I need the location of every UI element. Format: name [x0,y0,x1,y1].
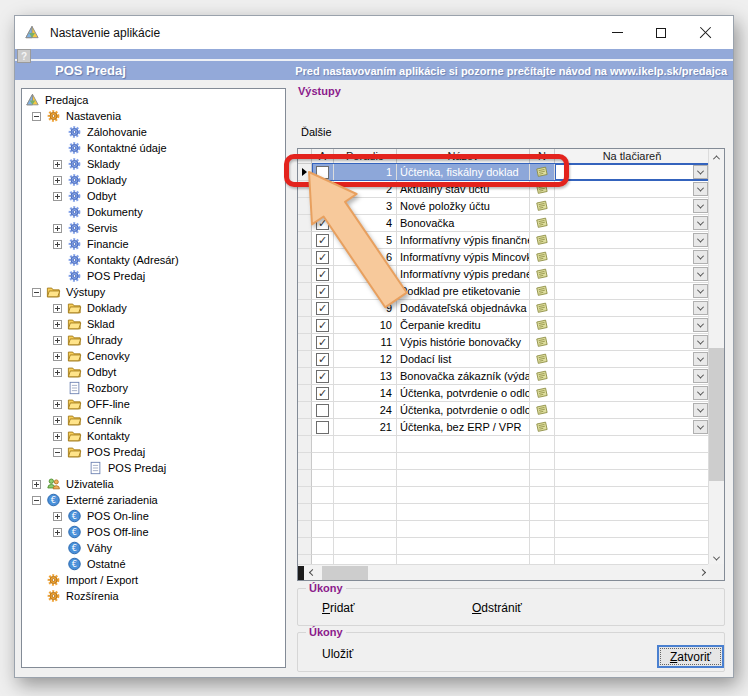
checkbox-cell[interactable]: ✓ [312,266,334,283]
checkbox-cell[interactable]: ✓ [312,283,334,300]
row-selector-cell[interactable] [298,334,312,351]
tree-item-pos-predaj[interactable]: POS Predaj [22,268,285,284]
active-checkbox[interactable]: ✓ [316,234,329,247]
printer-combo[interactable] [555,300,710,317]
printer-combo[interactable] [555,419,710,436]
printer-combo-dropdown-button[interactable] [693,250,708,264]
checkbox-cell[interactable]: ✓ [312,300,334,317]
row-selector-cell[interactable] [298,317,312,334]
printer-combo-dropdown-button[interactable] [693,182,708,196]
printer-combo-dropdown-button[interactable] [693,165,708,179]
tree-item-cenovky[interactable]: Cenovky [22,348,285,364]
tree-item-cenn-k[interactable]: Cenník [22,412,285,428]
expand-icon[interactable] [53,368,62,377]
order-cell[interactable] [334,470,397,487]
name-cell[interactable]: Bonovačka zákazník (výdajový lís [397,368,530,385]
checkbox-cell[interactable]: ✓ [312,181,334,198]
checkbox-cell[interactable] [312,453,334,470]
active-checkbox[interactable]: ✓ [316,302,329,315]
printer-combo[interactable] [555,164,710,181]
printer-combo[interactable] [555,521,710,538]
printer-combo-dropdown-button[interactable] [693,352,708,366]
tree-item-sklad[interactable]: Sklad [22,316,285,332]
tree-item-u-ivatelia[interactable]: Uživatelia [22,476,285,492]
order-cell[interactable] [334,538,397,555]
name-cell[interactable]: Nové položky účtu [397,198,530,215]
collapse-icon[interactable] [32,288,41,297]
add-button[interactable]: Pridať [322,601,355,615]
tree-item-pos-on-line[interactable]: €POS On-line [22,508,285,524]
table-row[interactable]: ✓7Informatívny výpis predané polož [298,266,710,283]
order-cell[interactable]: 1 [334,164,397,181]
table-row[interactable]: ✓8Podklad pre etiketovanie [298,283,710,300]
order-cell[interactable]: 12 [334,351,397,368]
printer-combo[interactable] [555,538,710,555]
minimize-button[interactable] [595,16,639,49]
checkbox-cell[interactable] [312,402,334,419]
tree-item-nastavenia[interactable]: Nastavenia [22,108,285,124]
column-header-n[interactable]: N [530,149,555,164]
row-selector-cell[interactable] [298,283,312,300]
tree-item-kontaktn-daje[interactable]: Kontaktné údaje [22,140,285,156]
active-checkbox[interactable] [316,166,329,179]
checkbox-cell[interactable] [312,538,334,555]
tree-item-sklady[interactable]: Sklady [22,156,285,172]
active-checkbox[interactable]: ✓ [316,268,329,281]
active-checkbox[interactable]: ✓ [316,353,329,366]
active-checkbox[interactable]: ✓ [316,285,329,298]
printer-combo[interactable] [555,351,710,368]
order-cell[interactable]: 21 [334,419,397,436]
name-cell[interactable] [397,436,530,453]
printer-combo-dropdown-button[interactable] [693,335,708,349]
tree-item-kontakty[interactable]: Kontakty [22,428,285,444]
order-cell[interactable]: 7 [334,266,397,283]
name-cell[interactable] [397,487,530,504]
expand-icon[interactable] [32,480,41,489]
row-selector-cell[interactable] [298,402,312,419]
tree-item-pos-predaj[interactable]: POS Predaj [22,444,285,460]
name-cell[interactable]: Účtenka, potvrdenie o odložení [397,385,530,402]
table-row[interactable]: ✓13Bonovačka zákazník (výdajový lís [298,368,710,385]
printer-combo-dropdown-button[interactable] [693,301,708,315]
checkbox-cell[interactable]: ✓ [312,317,334,334]
printer-combo-dropdown-button[interactable] [693,267,708,281]
name-cell[interactable] [397,538,530,555]
tree-item-doklady[interactable]: Doklady [22,172,285,188]
printer-combo[interactable] [555,436,710,453]
table-row[interactable]: ✓14Účtenka, potvrdenie o odložení [298,385,710,402]
printer-combo[interactable] [555,504,710,521]
printer-combo-dropdown-button[interactable] [693,403,708,417]
tree-item-v-hy[interactable]: €Váhy [22,540,285,556]
name-cell[interactable] [397,521,530,538]
row-selector-cell[interactable] [298,249,312,266]
active-checkbox[interactable]: ✓ [316,370,329,383]
printer-combo[interactable] [555,249,710,266]
checkbox-cell[interactable]: ✓ [312,249,334,266]
name-cell[interactable]: Účtenka, fiskálny doklad [397,164,530,181]
collapse-icon[interactable] [32,496,41,505]
table-row[interactable]: ✓11Výpis histórie bonovačky [298,334,710,351]
printer-combo[interactable] [555,402,710,419]
remove-button[interactable]: Odstrániť [472,601,522,615]
checkbox-cell[interactable]: ✓ [312,351,334,368]
active-checkbox[interactable]: ✓ [316,251,329,264]
printer-combo[interactable] [555,215,710,232]
name-cell[interactable]: Účtenka, bez ERP / VPR [397,419,530,436]
active-checkbox[interactable]: ✓ [316,387,329,400]
tree-item-hrady[interactable]: Úhrady [22,332,285,348]
tree-item-off-line[interactable]: OFF-line [22,396,285,412]
table-row[interactable]: ✓2Aktuálny stav účtu [298,181,710,198]
expand-icon[interactable] [53,400,62,409]
name-cell[interactable]: Informatívny výpis predané polož [397,266,530,283]
order-cell[interactable]: 9 [334,300,397,317]
row-selector-cell[interactable] [298,181,312,198]
printer-combo[interactable] [555,487,710,504]
table-row[interactable]: ✓6Informatívny výpis Mincovka [298,249,710,266]
tree-item-dokumenty[interactable]: Dokumenty [22,204,285,220]
row-selector-cell[interactable] [298,351,312,368]
printer-combo[interactable] [555,283,710,300]
checkbox-cell[interactable] [312,419,334,436]
column-header-poradie[interactable]: Poradie [334,149,397,164]
tree-item-pos-predaj[interactable]: POS Predaj [22,460,285,476]
vertical-scrollbar[interactable] [708,149,724,566]
